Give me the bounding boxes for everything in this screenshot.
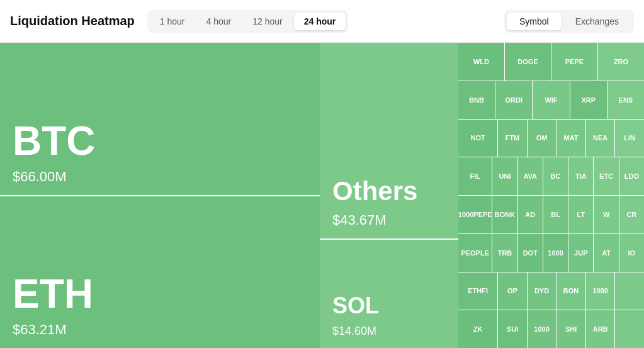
cell-om[interactable]: OM <box>528 120 556 157</box>
cell-lin[interactable]: LIN <box>615 120 644 157</box>
cell-1000pepe[interactable]: 1000PEPE <box>458 196 492 233</box>
cell-doge[interactable]: DOGE <box>505 43 551 81</box>
btc-cell[interactable]: BTC $66.00M <box>0 43 320 195</box>
mid-column: Others $43.67M SOL $14.60M <box>320 43 458 348</box>
cell-bl[interactable]: BL <box>543 196 568 233</box>
cell-dot[interactable]: DOT <box>518 234 543 272</box>
cell-sui[interactable]: SUI <box>498 310 527 348</box>
cell-dyd[interactable]: DYD <box>528 272 556 310</box>
btc-symbol: BTC <box>13 121 307 161</box>
cell-zro[interactable]: ZRO <box>598 43 644 81</box>
cell-ethfi[interactable]: ETHFI <box>458 272 497 310</box>
cell-shi[interactable]: SHI <box>556 310 585 348</box>
cell-bonk[interactable]: BONK <box>492 196 517 233</box>
time-tab-group: 1 hour 4 hour 12 hour 24 hour <box>147 10 348 33</box>
small-row-8: ZK SUI 1000 SHI ARB <box>458 310 644 348</box>
small-row-1: WLD DOGE PEPE ZRO <box>458 43 644 81</box>
cell-1000b[interactable]: 1000 <box>543 234 568 272</box>
cell-nea[interactable]: NEA <box>586 120 615 157</box>
cell-jup[interactable]: JUP <box>568 234 593 272</box>
tab-symbol[interactable]: Symbol <box>507 13 562 30</box>
cell-at[interactable]: AT <box>594 234 618 272</box>
tab-24hour[interactable]: 24 hour <box>294 13 346 30</box>
cell-bnb[interactable]: BNB <box>458 81 495 119</box>
small-row-7: ETHFI OP DYD BON 1000 <box>458 272 644 310</box>
small-row-5: 1000PEPE BONK AD BL LT W CR <box>458 196 644 233</box>
cell-extra8 <box>615 310 644 348</box>
cell-ava[interactable]: AVA <box>518 157 543 195</box>
cell-1000d[interactable]: 1000 <box>528 310 556 348</box>
cell-fil[interactable]: FIL <box>458 157 492 195</box>
cell-io[interactable]: IO <box>619 234 644 272</box>
cell-lt[interactable]: LT <box>568 196 593 233</box>
small-row-4: FIL UNI AVA BC TIA ETC LDO <box>458 157 644 195</box>
cell-bon[interactable]: BON <box>556 272 585 310</box>
cell-pepe[interactable]: PEPE <box>551 43 597 81</box>
cell-trb[interactable]: TRB <box>492 234 517 272</box>
cell-mat[interactable]: MAT <box>556 120 585 157</box>
cell-etc[interactable]: ETC <box>594 157 618 195</box>
small-row-6: PEOPLE TRB DOT 1000 JUP AT IO <box>458 234 644 272</box>
cell-op[interactable]: OP <box>498 272 527 310</box>
sol-symbol: SOL <box>332 295 446 317</box>
cell-cr[interactable]: CR <box>619 196 644 233</box>
cell-not[interactable]: NOT <box>458 120 497 157</box>
cell-w[interactable]: W <box>594 196 618 233</box>
sol-value: $14.60M <box>332 325 446 338</box>
cell-wld[interactable]: WLD <box>458 43 504 81</box>
tab-1hour[interactable]: 1 hour <box>150 13 195 30</box>
cell-people[interactable]: PEOPLE <box>458 234 492 272</box>
cell-xrp[interactable]: XRP <box>570 81 607 119</box>
right-column: WLD DOGE PEPE ZRO BNB ORDI WIF XRP ENS N… <box>458 43 644 348</box>
cell-wif[interactable]: WIF <box>533 81 569 119</box>
cell-arb[interactable]: ARB <box>586 310 615 348</box>
eth-cell[interactable]: ETH $63.21M <box>0 196 320 349</box>
left-column: BTC $66.00M ETH $63.21M <box>0 43 320 348</box>
eth-symbol: ETH <box>13 274 307 314</box>
app-logo: Liquidation Heatmap <box>10 14 135 28</box>
tab-4hour[interactable]: 4 hour <box>196 13 242 30</box>
header: Liquidation Heatmap 1 hour 4 hour 12 hou… <box>0 0 644 43</box>
cell-1000c[interactable]: 1000 <box>586 272 615 310</box>
cell-tia[interactable]: TIA <box>568 157 593 195</box>
others-symbol: Others <box>332 178 446 205</box>
cell-ad[interactable]: AD <box>518 196 543 233</box>
right-tab-group: Symbol Exchanges <box>504 10 634 33</box>
others-value: $43.67M <box>332 212 446 228</box>
small-row-2: BNB ORDI WIF XRP ENS <box>458 81 644 119</box>
small-row-3: NOT FTM OM MAT NEA LIN <box>458 120 644 157</box>
btc-value: $66.00M <box>13 169 307 185</box>
cell-bc[interactable]: BC <box>543 157 568 195</box>
cell-uni[interactable]: UNI <box>492 157 517 195</box>
cell-zk[interactable]: ZK <box>458 310 497 348</box>
others-cell[interactable]: Others $43.67M <box>320 43 458 239</box>
cell-ldo[interactable]: LDO <box>619 157 644 195</box>
tab-exchanges[interactable]: Exchanges <box>563 13 631 30</box>
eth-value: $63.21M <box>13 322 307 338</box>
heatmap: BTC $66.00M ETH $63.21M Others $43.67M S… <box>0 43 644 348</box>
cell-extra7 <box>615 272 644 310</box>
cell-ens[interactable]: ENS <box>607 81 644 119</box>
sol-cell[interactable]: SOL $14.60M <box>320 240 458 348</box>
tab-12hour[interactable]: 12 hour <box>242 13 292 30</box>
cell-ftm[interactable]: FTM <box>498 120 527 157</box>
cell-ordi[interactable]: ORDI <box>495 81 532 119</box>
